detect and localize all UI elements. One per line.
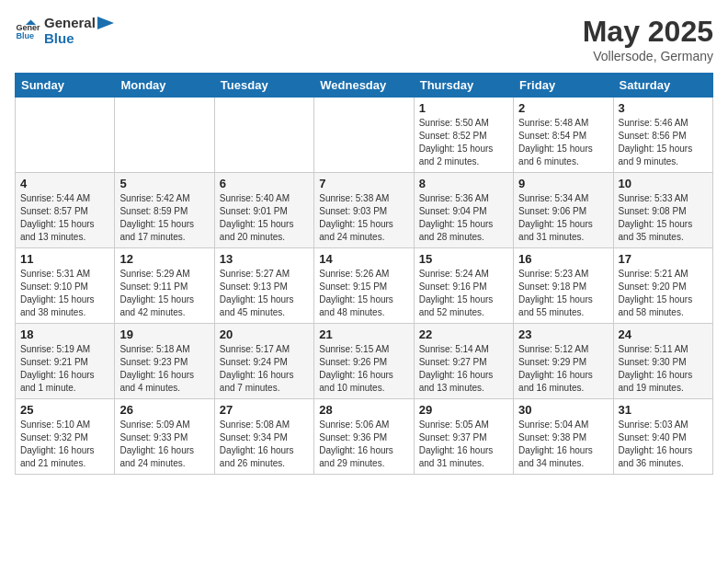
calendar-cell: 13Sunrise: 5:27 AMSunset: 9:13 PMDayligh…	[214, 248, 313, 324]
logo: General Blue General Blue	[15, 15, 114, 47]
calendar-week-row: 18Sunrise: 5:19 AMSunset: 9:21 PMDayligh…	[16, 324, 713, 399]
day-info: Sunrise: 5:38 AMSunset: 9:03 PMDaylight:…	[319, 192, 408, 244]
calendar-cell	[214, 98, 313, 173]
calendar-cell: 12Sunrise: 5:29 AMSunset: 9:11 PMDayligh…	[115, 248, 214, 324]
calendar-cell: 1Sunrise: 5:50 AMSunset: 8:52 PMDaylight…	[414, 98, 513, 173]
day-info: Sunrise: 5:34 AMSunset: 9:06 PMDaylight:…	[518, 192, 608, 244]
day-number: 17	[619, 252, 708, 266]
calendar-cell: 4Sunrise: 5:44 AMSunset: 8:57 PMDaylight…	[16, 173, 115, 248]
calendar-cell: 17Sunrise: 5:21 AMSunset: 9:20 PMDayligh…	[613, 248, 712, 324]
day-number: 31	[619, 403, 708, 417]
calendar-cell: 30Sunrise: 5:04 AMSunset: 9:38 PMDayligh…	[514, 399, 613, 475]
calendar-header-row: SundayMondayTuesdayWednesdayThursdayFrid…	[16, 74, 713, 98]
day-info: Sunrise: 5:27 AMSunset: 9:13 PMDaylight:…	[220, 268, 309, 319]
day-info: Sunrise: 5:08 AMSunset: 9:34 PMDaylight:…	[220, 419, 309, 470]
day-info: Sunrise: 5:46 AMSunset: 8:56 PMDaylight:…	[619, 117, 708, 168]
column-header-saturday: Saturday	[613, 74, 712, 98]
day-number: 7	[319, 177, 408, 190]
day-number: 29	[419, 403, 508, 417]
calendar-cell: 29Sunrise: 5:05 AMSunset: 9:37 PMDayligh…	[414, 399, 513, 475]
calendar-cell	[16, 98, 115, 173]
logo-general: General	[44, 15, 96, 30]
day-info: Sunrise: 5:05 AMSunset: 9:37 PMDaylight:…	[419, 419, 508, 470]
day-number: 25	[20, 403, 109, 417]
location-label: Vollersode, Germany	[583, 49, 713, 63]
logo-blue: Blue	[44, 30, 74, 46]
calendar-cell: 3Sunrise: 5:46 AMSunset: 8:56 PMDaylight…	[613, 98, 712, 173]
day-info: Sunrise: 5:24 AMSunset: 9:16 PMDaylight:…	[419, 268, 508, 319]
calendar-cell	[314, 98, 414, 173]
calendar-cell: 14Sunrise: 5:26 AMSunset: 9:15 PMDayligh…	[314, 248, 414, 324]
day-number: 22	[419, 327, 508, 341]
day-info: Sunrise: 5:12 AMSunset: 9:29 PMDaylight:…	[518, 343, 608, 395]
day-number: 8	[419, 177, 508, 190]
page-header: General Blue General Blue May 2025 Volle…	[15, 15, 713, 63]
day-number: 24	[619, 327, 708, 341]
calendar-cell: 25Sunrise: 5:10 AMSunset: 9:32 PMDayligh…	[16, 399, 115, 475]
day-number: 20	[220, 327, 309, 341]
calendar-cell: 10Sunrise: 5:33 AMSunset: 9:08 PMDayligh…	[613, 173, 712, 248]
svg-marker-3	[97, 17, 114, 29]
day-info: Sunrise: 5:10 AMSunset: 9:32 PMDaylight:…	[20, 419, 109, 470]
day-info: Sunrise: 5:42 AMSunset: 8:59 PMDaylight:…	[119, 192, 209, 244]
day-info: Sunrise: 5:21 AMSunset: 9:20 PMDaylight:…	[619, 268, 708, 319]
calendar-cell: 19Sunrise: 5:18 AMSunset: 9:23 PMDayligh…	[115, 324, 214, 399]
calendar-week-row: 1Sunrise: 5:50 AMSunset: 8:52 PMDaylight…	[16, 98, 713, 173]
day-number: 23	[518, 327, 608, 341]
calendar-cell: 23Sunrise: 5:12 AMSunset: 9:29 PMDayligh…	[514, 324, 613, 399]
calendar-cell: 16Sunrise: 5:23 AMSunset: 9:18 PMDayligh…	[514, 248, 613, 324]
day-info: Sunrise: 5:04 AMSunset: 9:38 PMDaylight:…	[518, 419, 608, 470]
calendar-cell: 5Sunrise: 5:42 AMSunset: 8:59 PMDaylight…	[115, 173, 214, 248]
day-number: 3	[619, 101, 708, 115]
day-number: 26	[119, 403, 209, 417]
calendar-week-row: 25Sunrise: 5:10 AMSunset: 9:32 PMDayligh…	[16, 399, 713, 475]
calendar-cell: 20Sunrise: 5:17 AMSunset: 9:24 PMDayligh…	[214, 324, 313, 399]
day-number: 14	[319, 252, 408, 266]
logo-arrow-icon	[97, 17, 114, 29]
calendar-cell: 27Sunrise: 5:08 AMSunset: 9:34 PMDayligh…	[214, 399, 313, 475]
day-number: 9	[518, 177, 608, 190]
calendar-cell: 2Sunrise: 5:48 AMSunset: 8:54 PMDaylight…	[514, 98, 613, 173]
month-year-title: May 2025	[583, 15, 713, 49]
day-info: Sunrise: 5:26 AMSunset: 9:15 PMDaylight:…	[319, 268, 408, 319]
column-header-friday: Friday	[514, 74, 613, 98]
day-number: 15	[419, 252, 508, 266]
calendar-cell: 21Sunrise: 5:15 AMSunset: 9:26 PMDayligh…	[314, 324, 414, 399]
calendar-week-row: 4Sunrise: 5:44 AMSunset: 8:57 PMDaylight…	[16, 173, 713, 248]
day-info: Sunrise: 5:44 AMSunset: 8:57 PMDaylight:…	[20, 192, 109, 244]
calendar-cell: 22Sunrise: 5:14 AMSunset: 9:27 PMDayligh…	[414, 324, 513, 399]
day-number: 19	[119, 327, 209, 341]
day-info: Sunrise: 5:33 AMSunset: 9:08 PMDaylight:…	[619, 192, 708, 244]
day-info: Sunrise: 5:23 AMSunset: 9:18 PMDaylight:…	[518, 268, 608, 319]
logo-icon: General Blue	[15, 18, 40, 44]
day-number: 11	[20, 252, 109, 266]
calendar-cell: 9Sunrise: 5:34 AMSunset: 9:06 PMDaylight…	[514, 173, 613, 248]
day-info: Sunrise: 5:09 AMSunset: 9:33 PMDaylight:…	[119, 419, 209, 470]
day-number: 18	[20, 327, 109, 341]
calendar-cell: 7Sunrise: 5:38 AMSunset: 9:03 PMDaylight…	[314, 173, 414, 248]
day-info: Sunrise: 5:40 AMSunset: 9:01 PMDaylight:…	[220, 192, 309, 244]
day-info: Sunrise: 5:19 AMSunset: 9:21 PMDaylight:…	[20, 343, 109, 395]
column-header-sunday: Sunday	[16, 74, 115, 98]
calendar-cell: 11Sunrise: 5:31 AMSunset: 9:10 PMDayligh…	[16, 248, 115, 324]
calendar-cell	[115, 98, 214, 173]
calendar-cell: 28Sunrise: 5:06 AMSunset: 9:36 PMDayligh…	[314, 399, 414, 475]
calendar-cell: 6Sunrise: 5:40 AMSunset: 9:01 PMDaylight…	[214, 173, 313, 248]
day-number: 28	[319, 403, 408, 417]
calendar-cell: 18Sunrise: 5:19 AMSunset: 9:21 PMDayligh…	[16, 324, 115, 399]
day-info: Sunrise: 5:48 AMSunset: 8:54 PMDaylight:…	[518, 117, 608, 168]
day-number: 30	[518, 403, 608, 417]
calendar-cell: 26Sunrise: 5:09 AMSunset: 9:33 PMDayligh…	[115, 399, 214, 475]
day-info: Sunrise: 5:15 AMSunset: 9:26 PMDaylight:…	[319, 343, 408, 395]
day-info: Sunrise: 5:18 AMSunset: 9:23 PMDaylight:…	[119, 343, 209, 395]
day-number: 4	[20, 177, 109, 190]
calendar-cell: 15Sunrise: 5:24 AMSunset: 9:16 PMDayligh…	[414, 248, 513, 324]
calendar-cell: 31Sunrise: 5:03 AMSunset: 9:40 PMDayligh…	[613, 399, 712, 475]
calendar-cell: 24Sunrise: 5:11 AMSunset: 9:30 PMDayligh…	[613, 324, 712, 399]
calendar-week-row: 11Sunrise: 5:31 AMSunset: 9:10 PMDayligh…	[16, 248, 713, 324]
day-info: Sunrise: 5:29 AMSunset: 9:11 PMDaylight:…	[119, 268, 209, 319]
day-info: Sunrise: 5:06 AMSunset: 9:36 PMDaylight:…	[319, 419, 408, 470]
day-number: 5	[119, 177, 209, 190]
day-number: 2	[518, 101, 608, 115]
day-info: Sunrise: 5:50 AMSunset: 8:52 PMDaylight:…	[419, 117, 508, 168]
